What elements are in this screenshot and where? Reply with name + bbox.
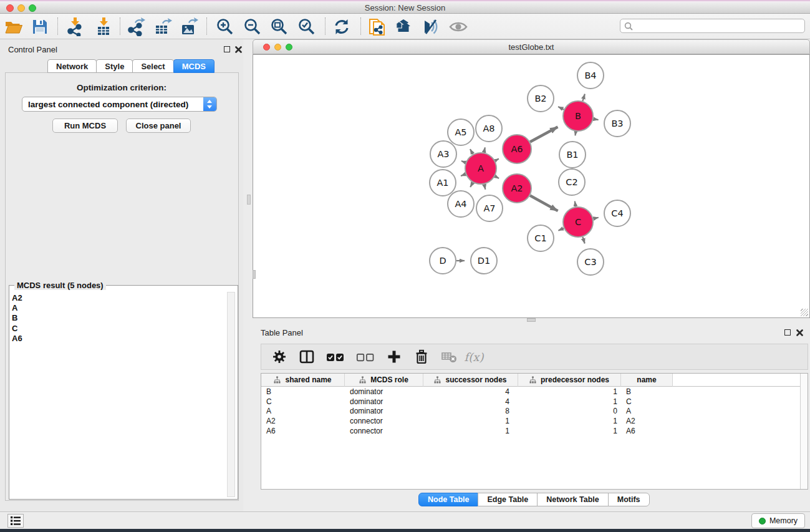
graph-edge-C-C1[interactable] [558, 228, 564, 231]
table-cell[interactable]: C [261, 397, 345, 406]
table-cell[interactable]: 1 [518, 397, 621, 406]
tab-network-table[interactable]: Network Table [537, 493, 609, 506]
graph-node-A1[interactable]: A1 [430, 170, 456, 196]
graph-edge-A2-C[interactable] [530, 196, 558, 211]
network-canvas[interactable]: B4B2BB3A8A5A6A3B1AC2A1A2A4A7C4CC1C3DD1 [253, 54, 810, 318]
graph-node-B1[interactable]: B1 [559, 142, 586, 168]
session-doc-icon[interactable] [367, 16, 388, 37]
graph-edge-A-A5[interactable] [470, 149, 473, 154]
memory-button[interactable]: Memory [751, 513, 805, 528]
table-cell[interactable]: A [261, 407, 345, 415]
trash-icon[interactable] [412, 347, 431, 366]
graph-edge-B-B3[interactable] [594, 119, 599, 120]
run-mcds-button[interactable]: Run MCDS [52, 118, 118, 133]
graph-node-C3[interactable]: C3 [577, 249, 604, 275]
resize-grip[interactable] [801, 309, 808, 316]
function-builder-icon[interactable]: f(x) [465, 347, 483, 366]
table-row[interactable]: Cdominator41C [261, 397, 799, 407]
table-cell[interactable]: dominator [345, 397, 423, 406]
table-scrollbar[interactable] [800, 374, 808, 489]
horizontal-scroll-thumb[interactable] [527, 318, 536, 322]
checked-boxes-icon[interactable] [325, 347, 346, 366]
graph-edge-A-A7[interactable] [485, 184, 486, 189]
column-header-predecessor-nodes[interactable]: predecessor nodes [518, 374, 621, 387]
close-panel-icon[interactable] [235, 46, 242, 53]
graph-edge-C-C4[interactable] [593, 218, 598, 219]
graph-node-A4[interactable]: A4 [448, 191, 474, 217]
home-icon[interactable] [393, 16, 414, 37]
graph-node-C[interactable]: C [563, 207, 593, 237]
tab-mcds[interactable]: MCDS [173, 59, 215, 73]
tab-select[interactable]: Select [132, 59, 173, 73]
graph-node-D[interactable]: D [430, 248, 456, 274]
graph-edge-A-A4[interactable] [470, 183, 473, 187]
graph-edge-A-A3[interactable] [461, 161, 466, 163]
graph-node-A2[interactable]: A2 [503, 174, 531, 203]
result-item[interactable]: A2 [12, 293, 225, 303]
table-cell[interactable]: 1 [518, 417, 621, 425]
export-image-icon[interactable] [178, 16, 200, 37]
zoom-out-icon[interactable] [242, 16, 263, 37]
graph-edge-B-B4[interactable] [582, 94, 585, 101]
tab-style[interactable]: Style [96, 59, 133, 73]
float-table-panel-icon[interactable] [784, 329, 791, 336]
graph-node-C4[interactable]: C4 [604, 200, 630, 226]
task-history-button[interactable] [7, 514, 24, 528]
graph-edge-A-A2[interactable] [495, 177, 499, 178]
graph-node-C1[interactable]: C1 [528, 225, 554, 251]
table-cell[interactable]: 1 [423, 427, 518, 435]
save-session-icon[interactable] [29, 16, 51, 37]
graph-node-D1[interactable]: D1 [471, 248, 497, 274]
graph-edge-B-B1[interactable] [575, 132, 576, 136]
search-input[interactable] [620, 19, 805, 33]
column-header-name[interactable]: name [621, 374, 673, 387]
criterion-select[interactable]: largest connected component (directed) [22, 97, 217, 112]
zoom-fit-icon[interactable] [269, 16, 290, 37]
table-row[interactable]: Bdominator41B [261, 387, 799, 397]
graph-edge-C-C3[interactable] [582, 237, 584, 244]
column-header-mcds-role[interactable]: MCDS role [345, 374, 423, 387]
result-item[interactable]: B [12, 313, 225, 323]
zoom-selected-icon[interactable] [296, 16, 317, 37]
graph-node-A[interactable]: A [465, 153, 496, 184]
table-row[interactable]: A2connector11A2 [261, 416, 799, 426]
graph-node-C2[interactable]: C2 [559, 169, 585, 195]
close-panel-button[interactable]: Close panel [126, 118, 191, 133]
table-cell[interactable]: 8 [423, 407, 518, 415]
graph-edge-C-C2[interactable] [575, 201, 576, 207]
table-cell[interactable]: A [621, 407, 673, 415]
table-cell[interactable]: connector [345, 427, 423, 435]
table-cell[interactable]: A2 [261, 417, 345, 425]
table-cell[interactable]: 1 [423, 417, 518, 425]
vertical-scroll-thumb[interactable] [253, 270, 256, 279]
refresh-icon[interactable] [331, 16, 352, 37]
graph-node-A6[interactable]: A6 [503, 135, 531, 163]
search-text-field[interactable] [635, 22, 804, 31]
table-cell[interactable]: dominator [345, 387, 423, 396]
export-network-icon[interactable] [125, 16, 147, 37]
table-cell[interactable]: dominator [345, 407, 423, 415]
result-item[interactable]: C [12, 324, 225, 334]
tab-network[interactable]: Network [47, 59, 97, 73]
hide-panels-icon[interactable] [420, 16, 441, 37]
table-row[interactable]: A6connector11A6 [261, 426, 799, 436]
table-cell[interactable]: 1 [518, 427, 621, 435]
unchecked-boxes-icon[interactable] [355, 347, 376, 366]
graph-node-A3[interactable]: A3 [430, 141, 456, 167]
import-table-icon[interactable] [93, 16, 114, 37]
graph-edge-A-A6[interactable] [495, 159, 499, 161]
close-table-panel-icon[interactable] [796, 329, 803, 336]
graph-node-B[interactable]: B [563, 101, 593, 131]
table-cell[interactable]: B [621, 387, 673, 396]
delete-table-icon[interactable] [440, 347, 458, 366]
graph-edge-A-A1[interactable] [461, 174, 466, 176]
graph-node-B4[interactable]: B4 [577, 62, 604, 89]
table-cell[interactable]: 0 [518, 407, 621, 415]
graph-edge-B-B2[interactable] [558, 107, 564, 109]
tab-motifs[interactable]: Motifs [608, 493, 650, 506]
graph-node-A8[interactable]: A8 [476, 115, 502, 142]
graph-edge-A6-B[interactable] [530, 127, 557, 142]
split-columns-icon[interactable] [297, 347, 316, 366]
result-item[interactable]: A [12, 303, 225, 313]
tab-edge-table[interactable]: Edge Table [478, 493, 538, 506]
